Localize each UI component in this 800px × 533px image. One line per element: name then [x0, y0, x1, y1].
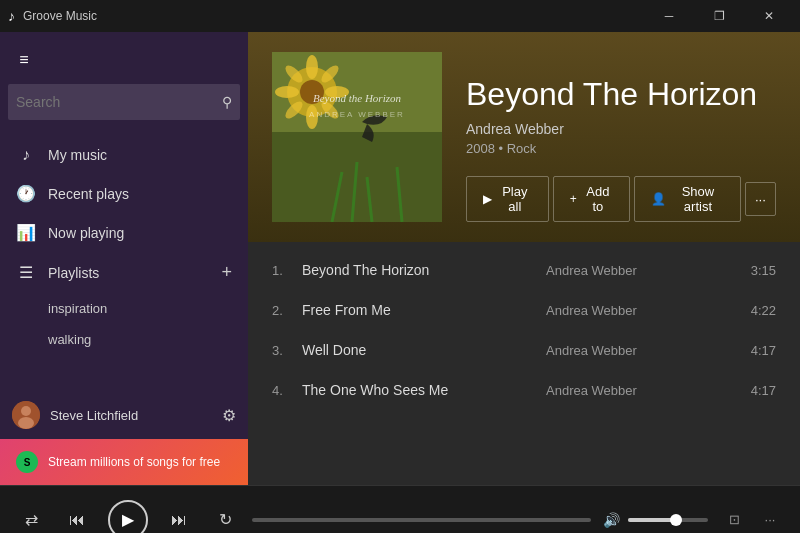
progress-area — [252, 518, 591, 522]
hamburger-icon: ≡ — [19, 51, 28, 69]
user-avatar — [12, 401, 40, 429]
track-duration: 4:17 — [726, 343, 776, 358]
spotify-logo: S — [16, 451, 38, 473]
add-to-label: Add to — [583, 184, 613, 214]
track-name: The One Who Sees Me — [302, 382, 546, 398]
spotify-banner[interactable]: S Stream millions of songs for free — [0, 439, 248, 485]
volume-thumb — [670, 514, 682, 526]
volume-area: 🔊 — [603, 512, 708, 528]
track-artist: Andrea Webber — [546, 263, 726, 278]
app-title: Groove Music — [23, 9, 97, 23]
sidebar-item-recent-plays[interactable]: 🕐 Recent plays — [0, 174, 248, 213]
player-more-button[interactable]: ··· — [756, 506, 784, 534]
search-icon: ⚲ — [222, 94, 232, 110]
player-controls: ⇄ ⏮ ▶ ⏭ ↻ — [16, 500, 240, 534]
user-name: Steve Litchfield — [50, 408, 212, 423]
volume-icon[interactable]: 🔊 — [603, 512, 620, 528]
more-actions-button[interactable]: ··· — [745, 182, 776, 216]
next-button[interactable]: ⏭ — [164, 505, 194, 534]
settings-icon[interactable]: ⚙ — [222, 406, 236, 425]
repeat-button[interactable]: ↻ — [210, 505, 240, 534]
track-list: 1. Beyond The Horizon Andrea Webber 3:15… — [248, 242, 800, 485]
player-extras: ⊡ ··· — [720, 506, 784, 534]
track-name: Well Done — [302, 342, 546, 358]
play-all-icon: ▶ — [483, 192, 492, 206]
svg-text:Beyond the Horizon: Beyond the Horizon — [313, 92, 401, 104]
show-artist-label: Show artist — [672, 184, 724, 214]
bars-icon: 📊 — [16, 223, 36, 242]
prev-button[interactable]: ⏮ — [62, 505, 92, 534]
track-artist: Andrea Webber — [546, 303, 726, 318]
play-pause-button[interactable]: ▶ — [108, 500, 148, 534]
close-button[interactable]: ✕ — [746, 0, 792, 32]
playlist-walking[interactable]: walking — [0, 324, 248, 355]
progress-bar[interactable] — [252, 518, 591, 522]
recent-plays-label: Recent plays — [48, 186, 129, 202]
hamburger-button[interactable]: ≡ — [0, 40, 48, 80]
volume-fill — [628, 518, 676, 522]
svg-text:ANDREA WEBBER: ANDREA WEBBER — [309, 110, 405, 119]
add-to-button[interactable]: + Add to — [553, 176, 630, 222]
album-artist: Andrea Webber — [466, 121, 776, 137]
play-all-button[interactable]: ▶ Play all — [466, 176, 549, 222]
play-all-label: Play all — [498, 184, 532, 214]
main-content: Beyond the Horizon ANDREA WEBBER Beyond … — [248, 32, 800, 485]
track-duration: 4:22 — [726, 303, 776, 318]
app-icon: ♪ — [8, 8, 15, 24]
track-row[interactable]: 4. The One Who Sees Me Andrea Webber 4:1… — [248, 370, 800, 410]
person-icon: 👤 — [651, 192, 666, 206]
track-number: 4. — [272, 383, 302, 398]
track-number: 2. — [272, 303, 302, 318]
track-name: Free From Me — [302, 302, 546, 318]
mini-player-button[interactable]: ⊡ — [720, 506, 748, 534]
svg-point-9 — [275, 86, 299, 98]
album-title: Beyond The Horizon — [466, 76, 776, 113]
my-music-label: My music — [48, 147, 107, 163]
track-artist: Andrea Webber — [546, 343, 726, 358]
playlist-walking-label: walking — [48, 332, 91, 347]
shuffle-button[interactable]: ⇄ — [16, 505, 46, 534]
track-number: 1. — [272, 263, 302, 278]
track-duration: 3:15 — [726, 263, 776, 278]
playlist-icon: ☰ — [16, 263, 36, 282]
track-artist: Andrea Webber — [546, 383, 726, 398]
show-artist-button[interactable]: 👤 Show artist — [634, 176, 741, 222]
user-row[interactable]: Steve Litchfield ⚙ — [0, 391, 248, 439]
album-actions: ▶ Play all + Add to 👤 Show artist ··· — [466, 176, 776, 222]
player-bar: ⇄ ⏮ ▶ ⏭ ↻ 🔊 ⊡ ··· — [0, 485, 800, 533]
volume-bar[interactable] — [628, 518, 708, 522]
search-input[interactable] — [16, 94, 222, 110]
window-controls: ─ ❐ ✕ — [646, 0, 792, 32]
more-icon: ··· — [755, 192, 766, 207]
sidebar: ≡ ⚲ ♪ My music 🕐 Recent plays 📊 Now play… — [0, 32, 248, 485]
add-icon: + — [570, 192, 577, 206]
album-art: Beyond the Horizon ANDREA WEBBER — [272, 52, 442, 222]
clock-icon: 🕐 — [16, 184, 36, 203]
track-number: 3. — [272, 343, 302, 358]
banner-text: Stream millions of songs for free — [48, 455, 220, 469]
playlists-section[interactable]: ☰ Playlists + — [0, 252, 248, 293]
title-bar: ♪ Groove Music ─ ❐ ✕ — [0, 0, 800, 32]
track-duration: 4:17 — [726, 383, 776, 398]
album-meta: 2008 • Rock — [466, 141, 776, 156]
svg-point-1 — [21, 406, 31, 416]
album-header: Beyond the Horizon ANDREA WEBBER Beyond … — [248, 32, 800, 242]
sidebar-item-my-music[interactable]: ♪ My music — [0, 136, 248, 174]
svg-point-2 — [18, 417, 34, 429]
sidebar-item-now-playing[interactable]: 📊 Now playing — [0, 213, 248, 252]
playlist-inspiration-label: inspiration — [48, 301, 107, 316]
minimize-button[interactable]: ─ — [646, 0, 692, 32]
track-row[interactable]: 1. Beyond The Horizon Andrea Webber 3:15 — [248, 250, 800, 290]
album-info: Beyond The Horizon Andrea Webber 2008 • … — [466, 76, 776, 222]
search-box[interactable]: ⚲ — [8, 84, 240, 120]
playlist-inspiration[interactable]: inspiration — [0, 293, 248, 324]
track-row[interactable]: 3. Well Done Andrea Webber 4:17 — [248, 330, 800, 370]
music-icon: ♪ — [16, 146, 36, 164]
svg-point-7 — [306, 55, 318, 79]
track-name: Beyond The Horizon — [302, 262, 546, 278]
add-playlist-icon[interactable]: + — [221, 262, 232, 283]
playlists-label: Playlists — [48, 265, 209, 281]
restore-button[interactable]: ❐ — [696, 0, 742, 32]
now-playing-label: Now playing — [48, 225, 124, 241]
track-row[interactable]: 2. Free From Me Andrea Webber 4:22 — [248, 290, 800, 330]
